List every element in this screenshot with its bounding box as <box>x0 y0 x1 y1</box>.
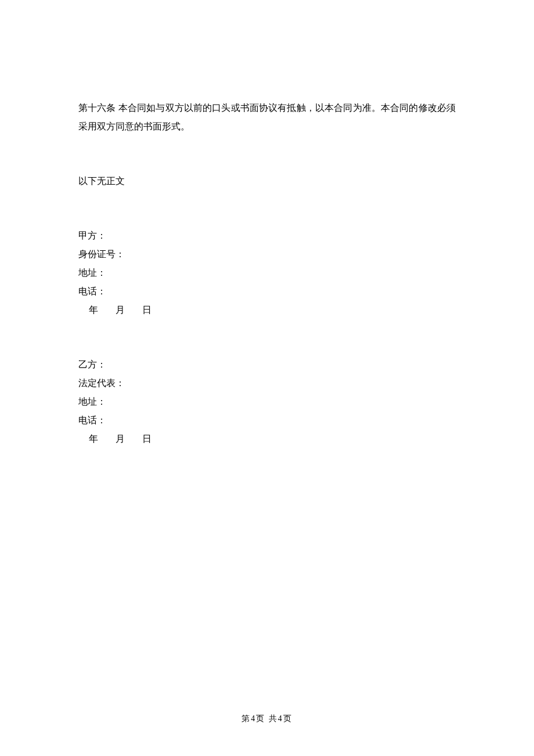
document-body: 第十六条 本合同如与双方以前的口头或书面协议有抵触，以本合同为准。本合同的修改必… <box>0 0 534 448</box>
party-b-address-label: 地址： <box>78 393 456 411</box>
party-b-date: 年 月 日 <box>78 430 456 448</box>
party-b-day: 日 <box>142 434 153 444</box>
footer-suffix: 页 <box>283 714 293 723</box>
party-a-block: 甲方： 身份证号： 地址： 电话： 年 月 日 <box>78 226 456 319</box>
party-a-address-label: 地址： <box>78 264 456 282</box>
party-b-phone-label: 电话： <box>78 411 456 430</box>
party-a-month: 月 <box>116 305 126 315</box>
party-b-year: 年 <box>89 434 99 444</box>
party-a-day: 日 <box>142 305 153 315</box>
party-a-title: 甲方： <box>78 226 456 245</box>
footer-total-pages: 4 <box>278 714 283 723</box>
party-a-date: 年 月 日 <box>78 301 456 319</box>
party-a-phone-label: 电话： <box>78 282 456 301</box>
no-more-text: 以下无正文 <box>78 176 125 186</box>
footer-current-page: 4 <box>251 714 256 723</box>
end-of-main-text: 以下无正文 <box>78 172 456 190</box>
party-a-id-label: 身份证号： <box>78 245 456 264</box>
article-heading: 第十六条 <box>78 103 116 113</box>
footer-mid: 页 共 <box>256 714 278 723</box>
footer-prefix: 第 <box>241 714 251 723</box>
party-a-year: 年 <box>89 305 99 315</box>
page-footer: 第4页 共4页 <box>0 714 534 724</box>
party-b-title: 乙方： <box>78 355 456 374</box>
article-16: 第十六条 本合同如与双方以前的口头或书面协议有抵触，以本合同为准。本合同的修改必… <box>78 99 456 136</box>
party-b-block: 乙方： 法定代表： 地址： 电话： 年 月 日 <box>78 355 456 448</box>
article-text: 本合同如与双方以前的口头或书面协议有抵触，以本合同为准。本合同的修改必须采用双方… <box>78 103 456 131</box>
party-b-rep-label: 法定代表： <box>78 374 456 393</box>
party-b-month: 月 <box>116 434 126 444</box>
